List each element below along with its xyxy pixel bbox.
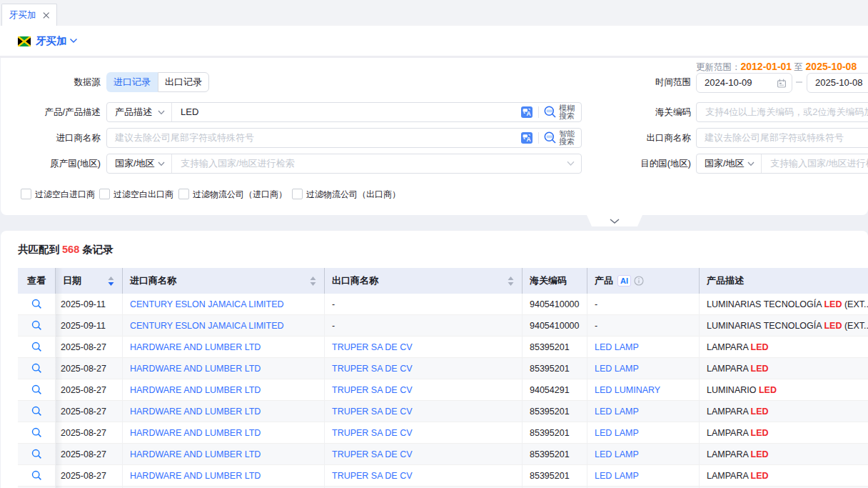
svg-text:A: A <box>527 136 531 143</box>
svg-text:A: A <box>527 110 531 117</box>
